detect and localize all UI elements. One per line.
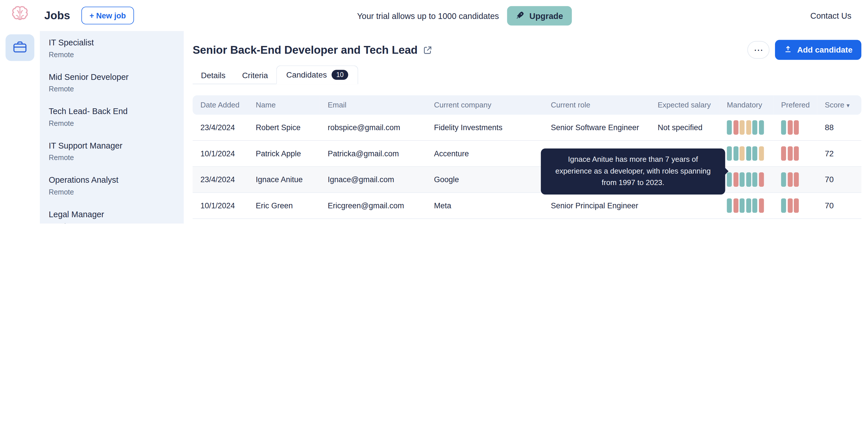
job-location: On-site bbox=[49, 221, 175, 224]
criteria-bar bbox=[727, 120, 732, 135]
cell-prefered bbox=[773, 167, 817, 193]
prefered-bars[interactable] bbox=[781, 120, 813, 135]
job-location: Remote bbox=[49, 50, 175, 60]
prefered-bars[interactable] bbox=[781, 147, 813, 161]
job-title: IT Support Manager bbox=[49, 140, 175, 151]
contact-us-link[interactable]: Contact Us bbox=[810, 11, 851, 20]
upgrade-button[interactable]: Upgrade bbox=[507, 6, 572, 25]
cell-date: 10/1/2024 bbox=[193, 193, 248, 219]
trial-text: Your trial allows up to 1000 candidates bbox=[357, 11, 499, 20]
cell-company: Meta bbox=[426, 193, 543, 219]
table-header-row: Date Added Name Email Current company Cu… bbox=[193, 95, 861, 115]
criteria-bar bbox=[794, 199, 799, 213]
add-candidate-label: Add candidate bbox=[797, 46, 852, 54]
table-row[interactable]: 23/4/2024 Ignace Anitue Ignace@gmail.com… bbox=[193, 167, 861, 193]
table-row[interactable]: 10/1/2024 Eric Green Ericgreen@gmail.com… bbox=[193, 193, 861, 219]
mandatory-bars[interactable] bbox=[727, 147, 769, 161]
cell-score: 60 bbox=[817, 219, 861, 224]
criteria-bar bbox=[758, 147, 764, 161]
cell-prefered bbox=[773, 141, 817, 167]
col-date-added: Date Added bbox=[193, 95, 248, 115]
criteria-bar bbox=[752, 173, 757, 187]
criteria-bar bbox=[752, 120, 757, 135]
criteria-bar bbox=[733, 199, 738, 213]
tab-candidates-label: Candidates bbox=[286, 70, 327, 79]
prefered-bars[interactable] bbox=[781, 173, 813, 187]
cell-email: robspice@gmail.com bbox=[320, 115, 426, 141]
page-title: Jobs bbox=[44, 9, 70, 22]
upload-icon bbox=[784, 45, 792, 55]
cell-email: Patricka@gmail.com bbox=[320, 141, 426, 167]
sidebar-item-legal-manager[interactable]: Legal Manager On-site bbox=[40, 203, 184, 224]
new-job-button[interactable]: + New job bbox=[81, 7, 134, 24]
col-current-company: Current company bbox=[426, 95, 543, 115]
cell-mandatory bbox=[719, 193, 773, 219]
tab-candidates[interactable]: Candidates 10 bbox=[276, 65, 358, 84]
tab-details[interactable]: Details bbox=[193, 67, 234, 84]
criteria-bar bbox=[787, 173, 792, 187]
more-actions-button[interactable]: ⋯ bbox=[747, 41, 770, 59]
tab-criteria[interactable]: Criteria bbox=[234, 67, 276, 84]
cell-role: Senior Software Engineer bbox=[543, 115, 650, 141]
criteria-bar bbox=[740, 173, 745, 187]
cell-email: Ignace@gmail.com bbox=[320, 167, 426, 193]
table-row[interactable]: 23/4/2024 Robert Spice robspice@gmail.co… bbox=[193, 115, 861, 141]
sidebar-item-mid-senior-developer[interactable]: Mid Senior Developer Remote bbox=[40, 65, 184, 100]
job-title: Tech Lead- Back End bbox=[49, 105, 175, 117]
prefered-bars[interactable] bbox=[781, 199, 813, 213]
criteria-bar bbox=[787, 199, 792, 213]
mandatory-bars[interactable] bbox=[727, 120, 769, 135]
criteria-bar bbox=[794, 120, 799, 135]
col-expected-salary: Expected salary bbox=[650, 95, 719, 115]
col-prefered: Prefered bbox=[773, 95, 817, 115]
job-title: IT Specialist bbox=[49, 36, 175, 48]
cell-score: 88 bbox=[817, 115, 861, 141]
add-candidate-button[interactable]: Add candidate bbox=[775, 40, 861, 60]
criteria-bar bbox=[787, 147, 792, 161]
cell-name: Ignace Anitue bbox=[248, 167, 320, 193]
criteria-bar bbox=[733, 173, 738, 187]
cell-company: BitTorrent Inc bbox=[426, 219, 543, 224]
col-score-sortable[interactable]: Score▾ bbox=[817, 95, 861, 115]
criteria-bar bbox=[733, 147, 738, 161]
sidebar-item-it-specialist[interactable]: IT Specialist Remote bbox=[40, 31, 184, 65]
icon-rail: FG bbox=[0, 31, 40, 224]
criteria-bar bbox=[727, 199, 732, 213]
trial-banner: Your trial allows up to 1000 candidates … bbox=[357, 0, 572, 31]
criteria-bar bbox=[781, 147, 786, 161]
cell-date: 23/4/2024 bbox=[193, 167, 248, 193]
col-email: Email bbox=[320, 95, 426, 115]
job-location: Remote bbox=[49, 84, 175, 94]
mandatory-bars[interactable] bbox=[727, 199, 769, 213]
cell-score: 70 bbox=[817, 167, 861, 193]
cell-email: alex.malet@yahoo.com bbox=[320, 219, 426, 224]
cell-mandatory bbox=[719, 141, 773, 167]
cell-mandatory bbox=[719, 115, 773, 141]
sidebar-item-operations-analyst[interactable]: Operations Analyst Remote bbox=[40, 168, 184, 203]
brain-logo-icon bbox=[10, 5, 30, 25]
cell-date: 10/1/2024 bbox=[193, 141, 248, 167]
cell-salary: Not specified bbox=[650, 219, 719, 224]
candidates-count-badge: 10 bbox=[332, 70, 348, 80]
criteria-bar bbox=[794, 173, 799, 187]
table-row[interactable]: 23/4/2024 Alexander Malet alex.malet@yah… bbox=[193, 219, 861, 224]
cell-name: Eric Green bbox=[248, 193, 320, 219]
cell-role: Senior Principal Engineer bbox=[543, 193, 650, 219]
col-current-role: Current role bbox=[543, 95, 650, 115]
job-page-title: Senior Back-End Developer and Tech Lead bbox=[193, 44, 417, 56]
table-row[interactable]: 10/1/2024 Patrick Apple Patricka@gmail.c… bbox=[193, 141, 861, 167]
mandatory-bars[interactable] bbox=[727, 173, 769, 187]
external-link-icon[interactable] bbox=[423, 45, 433, 55]
criteria-bar bbox=[746, 120, 751, 135]
job-title: Legal Manager bbox=[49, 208, 175, 220]
sidebar-item-it-support-manager[interactable]: IT Support Manager Remote bbox=[40, 134, 184, 169]
criteria-bar bbox=[794, 147, 799, 161]
brand-logo[interactable] bbox=[0, 5, 40, 25]
jobs-nav-button[interactable] bbox=[5, 34, 34, 61]
cell-mandatory bbox=[719, 219, 773, 224]
cell-company: Accenture bbox=[426, 141, 543, 167]
job-location: Remote bbox=[49, 187, 175, 197]
app-window: Jobs + New job Your trial allows up to 1… bbox=[0, 0, 868, 224]
sidebar-item-tech-lead-back-end[interactable]: Tech Lead- Back End Remote bbox=[40, 100, 184, 134]
cell-prefered bbox=[773, 193, 817, 219]
